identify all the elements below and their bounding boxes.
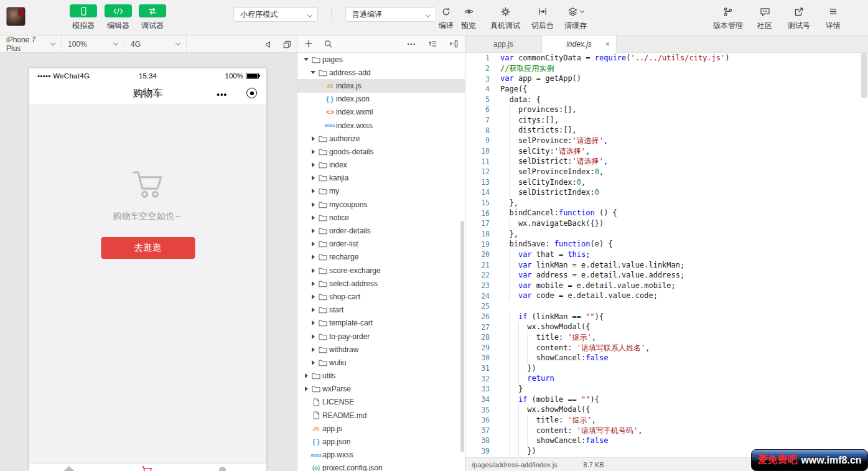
compile-button[interactable]: 编译	[439, 6, 454, 31]
details-button[interactable]: 详情	[826, 6, 841, 31]
indent-guide	[509, 436, 510, 446]
tree-folder-start[interactable]: start	[297, 304, 465, 317]
tree-folder-address-add[interactable]: address-add	[297, 66, 465, 79]
indent-guide	[518, 322, 519, 332]
device-select[interactable]: iPhone 7 Plus	[0, 35, 62, 52]
background-button[interactable]: 切后台	[531, 6, 554, 31]
watermark-badge: 爱免费吧 www.imf8.cn	[751, 449, 868, 471]
wxml-file-icon: < >	[326, 109, 333, 116]
toggle-editor-button[interactable]: 编辑器	[104, 4, 133, 31]
test-account-icon	[794, 7, 804, 17]
watermark-url: www.imf8.cn	[801, 455, 861, 466]
tree-folder-utils[interactable]: utils	[297, 370, 465, 383]
cart-tab-icon[interactable]	[140, 465, 154, 471]
clear-cache-button[interactable]: 清缓存	[564, 6, 587, 31]
tree-item-label: recharge	[329, 253, 358, 261]
line-number: 9	[465, 136, 500, 145]
tree-file-app.json[interactable]: { }app.json	[297, 435, 465, 448]
remote-debug-button[interactable]: 真机调试	[490, 6, 520, 31]
tree-file-README.md[interactable]: README.md	[297, 409, 465, 422]
battery-icon	[246, 73, 259, 79]
tree-item-label: kanjia	[329, 174, 348, 182]
community-button[interactable]: 社区	[757, 6, 772, 31]
phone-tab-bar[interactable]	[29, 464, 266, 471]
folder-icon	[319, 187, 327, 195]
code-text: data: {	[500, 95, 861, 105]
tree-folder-notice[interactable]: notice	[297, 211, 465, 224]
line-number: 22	[465, 271, 500, 279]
zoom-select-value: 100%	[68, 40, 87, 49]
test-account-button[interactable]: 测试号	[788, 6, 810, 31]
tree-file-index.js[interactable]: JSindex.js	[297, 79, 465, 92]
tree-folder-score-excharge[interactable]: score-excharge	[297, 264, 465, 277]
tree-file-project.config.json[interactable]: {o}project.config.json	[297, 462, 465, 471]
chevron-right-icon	[312, 254, 315, 259]
zoom-select[interactable]: 100%	[62, 35, 124, 52]
version-button[interactable]: 版本管理	[713, 6, 743, 31]
tree-file-index.wxml[interactable]: < >index.wxml	[297, 106, 465, 119]
code-text: provinces:[],	[500, 105, 861, 115]
home-tab-icon[interactable]	[62, 466, 76, 471]
mode-select[interactable]: 小程序模式	[233, 7, 318, 22]
preview-button[interactable]: 预览	[461, 6, 476, 31]
tree-folder-kanjia[interactable]: kanjia	[297, 172, 465, 185]
tree-item-label: app.js	[322, 424, 342, 433]
tree-folder-template-cart[interactable]: template-cart	[297, 317, 465, 330]
close-tab-icon[interactable]: ×	[605, 39, 610, 49]
menu-dots-icon[interactable]: •••	[217, 90, 227, 99]
tree-item-label: utils	[322, 371, 335, 380]
indent-guide	[509, 187, 510, 198]
line-number: 6	[465, 105, 500, 114]
network-select[interactable]: 4G	[124, 35, 187, 52]
sort-files-icon[interactable]	[428, 39, 437, 49]
toggle-debugger-button[interactable]: 调试器	[138, 4, 167, 31]
tree-folder-shop-cart[interactable]: shop-cart	[297, 290, 465, 303]
collapse-panel-icon[interactable]	[449, 39, 459, 49]
line-number: 32	[465, 375, 500, 383]
tree-folder-withdraw[interactable]: withdraw	[297, 343, 465, 356]
avatar[interactable]	[6, 7, 26, 26]
indent-guide	[509, 426, 510, 436]
toggle-simulator-button[interactable]: 模拟器	[69, 4, 98, 31]
more-icon[interactable]	[407, 40, 416, 48]
editor-scrollbar[interactable]	[861, 53, 867, 98]
tree-folder-authorize[interactable]: authorize	[297, 132, 465, 145]
tree-folder-to-pay-order[interactable]: to-pay-order	[297, 330, 465, 343]
profile-tab-icon[interactable]	[219, 467, 226, 471]
tree-folder-order-list[interactable]: order-list	[297, 238, 465, 251]
tree-file-LICENSE[interactable]: LICENSE	[297, 396, 465, 409]
tree-folder-goods-details[interactable]: goods-details	[297, 145, 465, 158]
tab-label: app.js	[493, 40, 513, 49]
tree-item-label: authorize	[329, 134, 360, 143]
tree-folder-select-address[interactable]: select-address	[297, 277, 465, 290]
tree-folder-wxParse[interactable]: wxParse	[297, 383, 465, 396]
mute-icon[interactable]	[264, 40, 274, 49]
tree-folder-order-details[interactable]: order-details	[297, 224, 465, 237]
tree-file-index.wxss[interactable]: wxssindex.wxss	[297, 119, 465, 132]
tree-folder-mycoupons[interactable]: mycoupons	[297, 198, 465, 211]
float-window-icon[interactable]	[282, 40, 292, 49]
capsule-home-icon[interactable]	[246, 88, 257, 98]
indent-guide	[518, 426, 519, 436]
tree-folder-wuliu[interactable]: wuliu	[297, 356, 465, 369]
tab-app-js[interactable]: app.js	[465, 35, 542, 53]
go-shopping-button[interactable]: 去逛逛	[101, 237, 195, 259]
indent-guide	[518, 446, 519, 457]
tree-scrollbar[interactable]	[460, 221, 464, 452]
tree-item-label: app.json	[322, 437, 350, 446]
tree-folder-pages[interactable]: pages	[297, 53, 465, 66]
code-editor[interactable]: 1var commonCityData = require('../../uti…	[465, 53, 861, 457]
tree-file-app.wxss[interactable]: wxssapp.wxss	[297, 449, 465, 462]
tree-folder-recharge[interactable]: recharge	[297, 251, 465, 264]
tree-folder-my[interactable]: my	[297, 185, 465, 198]
tree-file-index.json[interactable]: { }index.json	[297, 93, 465, 106]
tree-file-app.js[interactable]: JSapp.js	[297, 422, 465, 435]
chevron-down-icon	[175, 40, 180, 45]
code-line: 6 provinces:[],	[465, 105, 861, 115]
search-icon[interactable]	[324, 39, 333, 49]
code-text: title: '提示',	[500, 332, 861, 343]
add-file-icon[interactable]	[304, 39, 314, 49]
compile-select[interactable]: 普通编译	[345, 7, 436, 22]
tab-index-js[interactable]: index.js ×	[542, 35, 617, 53]
tree-folder-index[interactable]: index	[297, 159, 465, 172]
